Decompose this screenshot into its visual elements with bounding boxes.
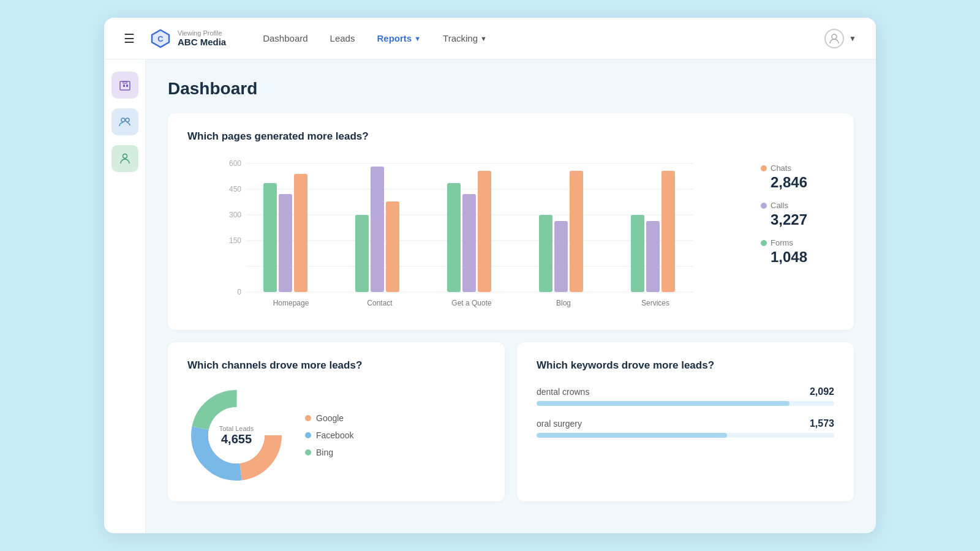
channel-legend: Google Facebook Bing (305, 413, 353, 457)
donut-label: Total Leads (219, 425, 254, 432)
google-dot (305, 415, 311, 421)
svg-rect-28 (386, 201, 399, 292)
svg-rect-30 (447, 183, 461, 292)
page-title: Dashboard (168, 79, 854, 99)
chart-legend: Chats 2,846 Calls 3,227 (761, 157, 834, 266)
svg-text:600: 600 (229, 159, 241, 168)
brand-subtitle: Viewing Profile (178, 29, 226, 37)
svg-rect-35 (554, 221, 568, 292)
svg-rect-40 (662, 171, 675, 292)
user-avatar[interactable] (824, 29, 844, 48)
svg-rect-32 (478, 171, 491, 292)
keywords-title: Which keywords drove more leads? (537, 359, 834, 372)
svg-rect-31 (462, 194, 476, 292)
nav-right: ▼ (824, 29, 856, 48)
svg-text:Services: Services (641, 299, 669, 307)
facebook-dot (305, 432, 311, 438)
svg-rect-22 (263, 183, 277, 292)
svg-rect-36 (570, 171, 583, 292)
keyword-count-0: 2,092 (810, 386, 834, 397)
bar-chart-area: 600 450 300 150 0 Homepage (187, 157, 746, 313)
svg-point-8 (121, 118, 125, 122)
svg-text:150: 150 (229, 236, 241, 245)
svg-text:450: 450 (229, 185, 241, 193)
google-label: Google (316, 413, 344, 423)
chats-label: Chats (771, 163, 791, 173)
nav-dashboard[interactable]: Dashboard (263, 33, 307, 43)
svg-text:C: C (157, 34, 164, 43)
svg-point-10 (123, 154, 127, 159)
facebook-label: Facebook (316, 430, 353, 440)
chevron-down-icon: ▼ (480, 35, 487, 42)
svg-rect-24 (294, 174, 307, 292)
donut-container: Total Leads 4,655 Google Faceboo (187, 386, 485, 484)
bottom-row: Which channels drove more leads? (168, 342, 854, 514)
channel-facebook: Facebook (305, 430, 353, 440)
keyword-name-1: oral surgery (537, 419, 582, 429)
forms-dot (761, 240, 767, 246)
svg-text:Blog: Blog (556, 299, 571, 307)
brand: C Viewing Profile ABC Media (149, 28, 226, 50)
svg-point-3 (832, 34, 837, 39)
chats-dot (761, 165, 767, 171)
top-nav: ☰ C Viewing Profile ABC Media Dashboard … (104, 18, 876, 59)
svg-text:0: 0 (237, 288, 241, 296)
svg-rect-34 (539, 215, 552, 292)
donut-center: Total Leads 4,655 (219, 425, 254, 446)
brand-logo-icon: C (149, 28, 172, 50)
svg-rect-27 (371, 167, 384, 292)
brand-name: ABC Media (178, 37, 226, 47)
keyword-row-0: dental crowns 2,092 (537, 386, 834, 406)
building-icon (118, 78, 132, 92)
chats-value: 2,846 (771, 174, 834, 191)
donut-value: 4,655 (219, 432, 254, 446)
svg-rect-7 (123, 81, 127, 83)
keyword-count-1: 1,573 (810, 418, 834, 429)
calls-label: Calls (771, 201, 788, 210)
channel-bing: Bing (305, 448, 353, 457)
nav-links: Dashboard Leads Reports ▼ Tracking ▼ (263, 33, 824, 43)
nav-reports[interactable]: Reports ▼ (377, 33, 421, 43)
keyword-bar-bg-0 (537, 401, 834, 406)
bar-chart-container: 600 450 300 150 0 Homepage (187, 157, 834, 313)
sidebar (104, 59, 146, 533)
nav-tracking[interactable]: Tracking ▼ (443, 33, 487, 43)
users-icon (118, 115, 132, 129)
svg-text:Contact: Contact (367, 299, 393, 307)
channels-card: Which channels drove more leads? (168, 342, 505, 501)
svg-rect-6 (126, 84, 128, 87)
svg-text:300: 300 (229, 211, 241, 219)
legend-chats: Chats 2,846 (761, 163, 834, 191)
svg-point-9 (126, 118, 129, 122)
calls-dot (761, 203, 767, 209)
keyword-bar-fill-1 (537, 433, 727, 438)
nav-leads[interactable]: Leads (330, 33, 355, 43)
legend-calls: Calls 3,227 (761, 201, 834, 228)
keyword-name-0: dental crowns (537, 387, 589, 397)
svg-rect-5 (123, 84, 125, 87)
keyword-bar-bg-1 (537, 433, 834, 438)
leads-by-page-title: Which pages generated more leads? (187, 130, 834, 143)
keyword-bar-fill-0 (537, 401, 790, 406)
svg-rect-39 (646, 221, 660, 292)
svg-text:Homepage: Homepage (273, 299, 309, 307)
content-area: Dashboard Which pages generated more lea… (146, 59, 876, 533)
channels-title: Which channels drove more leads? (187, 359, 485, 372)
main-layout: Dashboard Which pages generated more lea… (104, 59, 876, 533)
bar-chart-svg: 600 450 300 150 0 Homepage (187, 157, 746, 310)
sidebar-item-person[interactable] (111, 145, 138, 172)
legend-forms: Forms 1,048 (761, 238, 834, 266)
sidebar-item-building[interactable] (111, 72, 138, 99)
svg-rect-23 (279, 194, 292, 292)
user-dropdown-arrow[interactable]: ▼ (849, 34, 856, 43)
keyword-row-1: oral surgery 1,573 (537, 418, 834, 438)
svg-text:Get a Quote: Get a Quote (451, 299, 492, 307)
forms-value: 1,048 (771, 249, 834, 266)
hamburger-menu[interactable]: ☰ (124, 31, 135, 46)
chevron-down-icon: ▼ (414, 35, 421, 42)
bing-dot (305, 449, 311, 455)
bing-label: Bing (316, 448, 333, 457)
calls-value: 3,227 (771, 211, 834, 228)
sidebar-item-users[interactable] (111, 108, 138, 135)
svg-rect-26 (355, 215, 369, 292)
